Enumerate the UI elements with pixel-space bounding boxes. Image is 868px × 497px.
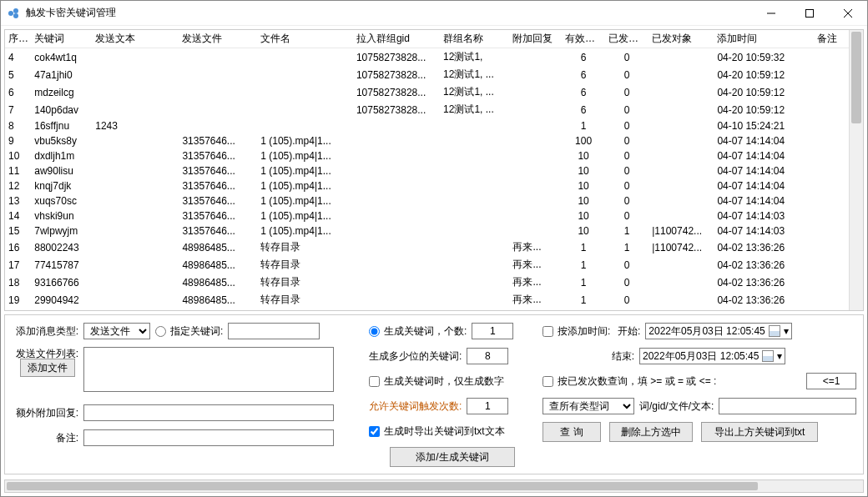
table-row[interactable]: 547a1jhi010758273828...12测试1, ...6004-20…: [5, 66, 849, 83]
search-key-input[interactable]: [719, 398, 856, 414]
table-cell: [257, 118, 353, 133]
table-vertical-scrollbar[interactable]: [849, 30, 863, 310]
query-button[interactable]: 查 询: [542, 422, 601, 442]
table-row[interactable]: 14vhski9un31357646...1 (105).mp4|1...100…: [5, 208, 849, 223]
table-cell: 0: [605, 148, 648, 163]
column-header[interactable]: 附加回复: [509, 30, 562, 48]
horizontal-scrollbar[interactable]: [4, 479, 864, 493]
table-row[interactable]: 13xuqs70sc31357646...1 (105).mp4|1...100…: [5, 193, 849, 208]
table-row[interactable]: 157wlpwyjm31357646...1 (105).mp4|1...101…: [5, 223, 849, 238]
sent-count-filter-input[interactable]: [806, 373, 856, 389]
column-header[interactable]: 有效次数: [562, 30, 605, 48]
table-row[interactable]: 209827151248986485...转存目录再来...1004-02 13…: [5, 309, 849, 310]
table-cell: [648, 163, 714, 178]
table-cell: [179, 118, 257, 133]
start-label: 开始:: [615, 324, 640, 339]
trigger-count-input[interactable]: [467, 398, 508, 414]
table-cell: 1: [605, 238, 648, 256]
column-header[interactable]: 已发次数: [605, 30, 648, 48]
table-cell: [814, 66, 849, 83]
window-title: 触发卡密关键词管理: [26, 6, 752, 20]
table-cell: 5: [5, 66, 31, 83]
table-cell: 04-07 14:14:04: [714, 163, 814, 178]
delete-selected-button[interactable]: 删除上方选中: [609, 422, 693, 442]
add-file-button[interactable]: 添加文件: [20, 359, 75, 377]
extra-reply-input[interactable]: [83, 404, 334, 421]
table-row[interactable]: 10dxdljh1m31357646...1 (105).mp4|1...100…: [5, 148, 849, 163]
table-row[interactable]: 9vbu5ks8y31357646...1 (105).mp4|1...1000…: [5, 133, 849, 148]
table-row[interactable]: 4cok4wt1q10758273828...12测试1, 6004-20 10…: [5, 48, 849, 67]
msg-type-label: 添加消息类型:: [12, 324, 78, 339]
column-header[interactable]: 关键词: [31, 30, 92, 48]
column-header[interactable]: 发送文本: [92, 30, 179, 48]
table-cell: 10758273828...: [353, 48, 440, 67]
gen-digits-label: 生成多少位的关键词:: [369, 349, 462, 364]
table-cell: 转存目录: [257, 256, 353, 274]
table-cell: [440, 148, 509, 163]
table-cell: [440, 133, 509, 148]
table-row[interactable]: 7140p6dav10758273828...12测试1, ...6004-20…: [5, 101, 849, 118]
msg-type-select[interactable]: 发送文件: [83, 323, 150, 339]
column-header[interactable]: 发送文件: [179, 30, 257, 48]
calendar-icon: [769, 325, 780, 337]
table-cell: 31357646...: [179, 208, 257, 223]
specify-keyword-input[interactable]: [228, 323, 320, 339]
minimize-button[interactable]: [752, 1, 790, 26]
column-header[interactable]: 拉入群组gid: [353, 30, 440, 48]
column-header[interactable]: 群组名称: [440, 30, 509, 48]
table-cell: [179, 83, 257, 101]
table-cell: [814, 256, 849, 274]
by-add-time-checkbox[interactable]: 按添加时间:: [542, 324, 610, 339]
table-cell: 6: [562, 48, 605, 67]
by-sent-count-checkbox[interactable]: 按已发次数查询，填 >= 或 = 或 <= :: [542, 374, 716, 389]
table-cell: 1 (105).mp4|1...: [257, 178, 353, 193]
export-keywords-button[interactable]: 导出上方关键词到txt: [701, 422, 818, 442]
table-cell: 20: [5, 309, 31, 310]
table-cell: [257, 66, 353, 83]
table-row[interactable]: 189316676648986485...转存目录再来...1004-02 13…: [5, 274, 849, 291]
file-list-textarea[interactable]: [83, 347, 334, 392]
dropdown-icon: ▾: [784, 325, 789, 337]
table-cell: [509, 193, 562, 208]
export-txt-checkbox[interactable]: 生成时导出关键词到txt文本: [369, 424, 505, 439]
gen-digits-input[interactable]: [467, 348, 508, 364]
table-cell: [648, 133, 714, 148]
table-row[interactable]: 192990494248986485...转存目录再来...1004-02 13…: [5, 291, 849, 309]
table-row[interactable]: 816sffjnu12431004-10 15:24:21: [5, 118, 849, 133]
add-gen-keyword-button[interactable]: 添加/生成关键词: [390, 447, 515, 467]
close-button[interactable]: [829, 1, 867, 26]
table-row[interactable]: 177741578748986485...转存目录再来...1004-02 13…: [5, 256, 849, 274]
table-row[interactable]: 11aw90lisu31357646...1 (105).mp4|1...100…: [5, 163, 849, 178]
table-row[interactable]: 12knqj7djk31357646...1 (105).mp4|1...100…: [5, 178, 849, 193]
table-cell: 48986485...: [179, 309, 257, 310]
table-cell: 04-07 14:14:03: [714, 223, 814, 238]
gen-count-input[interactable]: [472, 323, 513, 339]
start-date-picker[interactable]: 2022年05月03日 12:05:45▾: [645, 323, 791, 339]
column-header[interactable]: 备注: [814, 30, 849, 48]
specify-keyword-radio[interactable]: 指定关键词:: [155, 324, 223, 339]
table-row[interactable]: 168800224348986485...转存目录再来...11|1100742…: [5, 238, 849, 256]
table-cell: [814, 193, 849, 208]
table-cell: 10: [562, 163, 605, 178]
numbers-only-checkbox[interactable]: 生成关键词时，仅生成数字: [369, 374, 504, 389]
maximize-button[interactable]: [790, 1, 829, 26]
table-cell: [814, 223, 849, 238]
table-row[interactable]: 6mdzeilcg10758273828...12测试1, ...6004-20…: [5, 83, 849, 101]
column-header[interactable]: 添加时间: [714, 30, 814, 48]
remark-input[interactable]: [83, 429, 334, 446]
end-date-picker[interactable]: 2022年05月03日 12:05:45▾: [639, 348, 785, 364]
gen-keyword-radio[interactable]: 生成关键词，个数:: [369, 324, 467, 339]
query-type-select[interactable]: 查所有类型词: [542, 398, 634, 414]
table-cell: [92, 223, 179, 238]
column-header[interactable]: 文件名: [257, 30, 353, 48]
table-cell: [92, 148, 179, 163]
table-cell: [509, 83, 562, 101]
table-cell: 04-20 10:59:12: [714, 83, 814, 101]
calendar-icon: [762, 350, 774, 362]
column-header[interactable]: 序号: [5, 30, 31, 48]
table-cell: 10758273828...: [353, 83, 440, 101]
table-cell: 04-02 13:36:26: [714, 256, 814, 274]
table-cell: [92, 101, 179, 118]
column-header[interactable]: 已发对象: [648, 30, 714, 48]
table-cell: [440, 118, 509, 133]
